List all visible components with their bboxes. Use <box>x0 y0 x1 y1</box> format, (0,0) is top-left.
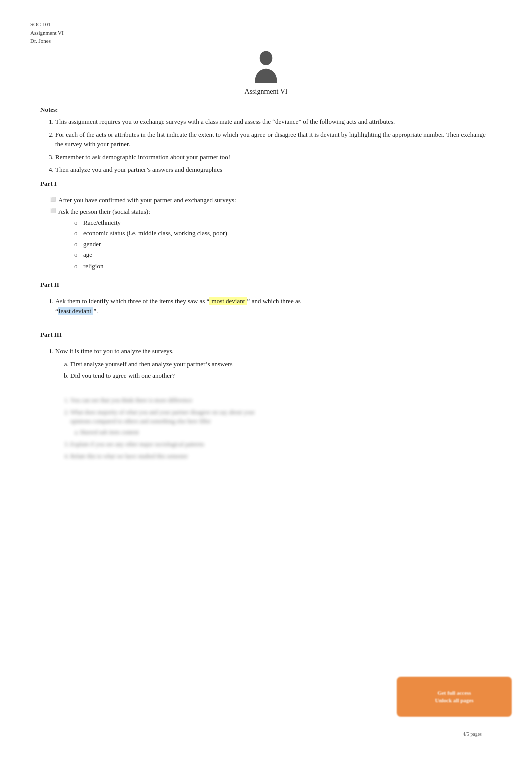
blurred-item-2: What does majority of what you and your … <box>70 408 492 437</box>
part1-title: Part I <box>40 180 492 188</box>
part3-sub-a: First analyze yourself and then analyze … <box>70 359 492 369</box>
sub-item-race: Race/ethnicity <box>73 218 492 228</box>
page-count: 4/5 pages <box>463 731 482 737</box>
note-item-2: For each of the acts or attributes in th… <box>55 130 492 149</box>
course-label: SOC 101 <box>30 20 64 29</box>
button-label: Get full accessUnlock all pages <box>435 689 473 705</box>
sub-item-age: age <box>73 250 492 260</box>
most-deviant-highlight: most deviant <box>209 297 247 305</box>
svg-point-0 <box>260 51 273 65</box>
person-silhouette-icon <box>248 50 284 85</box>
blurred-sub-a: blurred sub item content <box>80 428 492 437</box>
unlock-button[interactable]: Get full accessUnlock all pages <box>397 677 512 717</box>
part1-sub-list: Race/ethnicity economic status (i.e. mid… <box>58 218 492 271</box>
assignment-label: Assignment VI <box>30 29 64 37</box>
page-container: SOC 101 Assignment VI Dr. Jones Assignme… <box>0 0 532 782</box>
part3-item-1: Now it is time for you to analyze the su… <box>55 346 492 381</box>
instructor-label: Dr. Jones <box>30 37 64 45</box>
notes-section: Notes: This assignment requires you to e… <box>40 106 492 175</box>
part1-bullet-2: Ask the person their (social status): Ra… <box>50 207 492 271</box>
blurred-section: You can see that you think there is more… <box>40 396 492 461</box>
least-deviant-highlight: least deviant <box>58 307 94 315</box>
header-info: SOC 101 Assignment VI Dr. Jones <box>30 20 64 45</box>
blurred-sub-list: blurred sub item content <box>70 428 492 437</box>
part1-divider <box>40 190 492 190</box>
assignment-title: Assignment VI <box>40 88 492 96</box>
part2-title: Part II <box>40 281 492 289</box>
notes-label: Notes: <box>40 106 492 114</box>
part3-sub-list: First analyze yourself and then analyze … <box>55 359 492 381</box>
part2-list: Ask them to identify which three of the … <box>40 296 492 316</box>
blurred-item-4: Relate this to what we have studied this… <box>70 452 492 461</box>
part1-section: Part I After you have confirmed with you… <box>40 180 492 271</box>
part3-sub-b: Did you tend to agree with one another? <box>70 371 492 381</box>
part3-list: Now it is time for you to analyze the su… <box>40 346 492 381</box>
blurred-list: You can see that you think there is more… <box>55 396 492 461</box>
part1-bullet-list: After you have confirmed with your partn… <box>40 195 492 271</box>
note-item-4: Then analyze you and your partner’s answ… <box>55 165 492 175</box>
note-item-1: This assignment requires you to exchange… <box>55 117 492 127</box>
part2-divider <box>40 291 492 291</box>
note-item-3: Remember to ask demographic information … <box>55 152 492 162</box>
notes-list: This assignment requires you to exchange… <box>40 117 492 175</box>
sub-item-economic: economic status (i.e. middle class, work… <box>73 228 492 238</box>
sub-item-religion: religion <box>73 261 492 271</box>
logo-area <box>40 50 492 85</box>
part2-section: Part II Ask them to identify which three… <box>40 281 492 316</box>
sub-item-gender: gender <box>73 239 492 249</box>
part1-bullet-1: After you have confirmed with your partn… <box>50 195 492 205</box>
part3-section: Part III Now it is time for you to analy… <box>40 331 492 381</box>
blurred-item-1: You can see that you think there is more… <box>70 396 492 405</box>
part2-item-1: Ask them to identify which three of the … <box>55 296 492 316</box>
part3-divider <box>40 341 492 341</box>
part3-title: Part III <box>40 331 492 339</box>
blurred-item-3: Explain if you see any other major socio… <box>70 440 492 449</box>
